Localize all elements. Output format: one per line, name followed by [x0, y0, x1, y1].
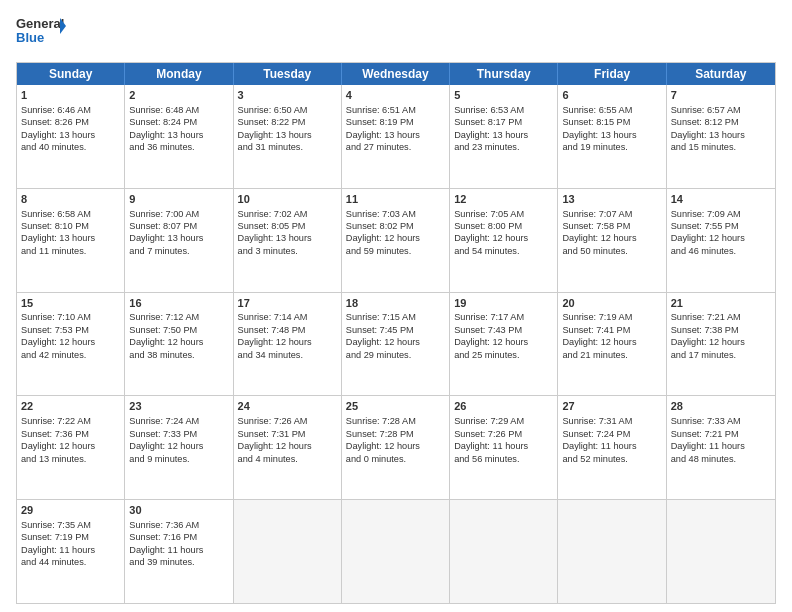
day-info-line: Sunset: 7:24 PM [562, 428, 661, 440]
day-cell-11: 11Sunrise: 7:03 AMSunset: 8:02 PMDayligh… [342, 189, 450, 292]
day-info-line: Sunset: 7:31 PM [238, 428, 337, 440]
day-number: 12 [454, 192, 553, 207]
day-info-line: Daylight: 12 hours [238, 336, 337, 348]
day-info-line: Sunrise: 7:33 AM [671, 415, 771, 427]
header-cell-tuesday: Tuesday [234, 63, 342, 85]
day-info-line: Sunrise: 7:36 AM [129, 519, 228, 531]
day-number: 16 [129, 296, 228, 311]
day-info-line: Daylight: 12 hours [454, 336, 553, 348]
header-cell-thursday: Thursday [450, 63, 558, 85]
calendar-header: SundayMondayTuesdayWednesdayThursdayFrid… [17, 63, 775, 85]
day-info-line: Sunset: 8:26 PM [21, 116, 120, 128]
day-info-line: Daylight: 12 hours [671, 232, 771, 244]
day-info-line: Daylight: 12 hours [671, 336, 771, 348]
day-info-line: and 40 minutes. [21, 141, 120, 153]
day-info-line: Daylight: 13 hours [562, 129, 661, 141]
day-info-line: Sunrise: 6:58 AM [21, 208, 120, 220]
day-cell-9: 9Sunrise: 7:00 AMSunset: 8:07 PMDaylight… [125, 189, 233, 292]
day-info-line: Daylight: 12 hours [129, 336, 228, 348]
day-info-line: Sunset: 7:48 PM [238, 324, 337, 336]
day-cell-12: 12Sunrise: 7:05 AMSunset: 8:00 PMDayligh… [450, 189, 558, 292]
day-info-line: Daylight: 12 hours [238, 440, 337, 452]
day-cell-1: 1Sunrise: 6:46 AMSunset: 8:26 PMDaylight… [17, 85, 125, 188]
day-cell-16: 16Sunrise: 7:12 AMSunset: 7:50 PMDayligh… [125, 293, 233, 396]
day-info-line: Sunrise: 7:14 AM [238, 311, 337, 323]
day-number: 6 [562, 88, 661, 103]
day-info-line: and 34 minutes. [238, 349, 337, 361]
day-info-line: and 52 minutes. [562, 453, 661, 465]
day-number: 18 [346, 296, 445, 311]
header-cell-sunday: Sunday [17, 63, 125, 85]
day-info-line: Sunrise: 7:31 AM [562, 415, 661, 427]
day-info-line: and 23 minutes. [454, 141, 553, 153]
day-info-line: Daylight: 12 hours [562, 232, 661, 244]
day-info-line: Daylight: 12 hours [346, 440, 445, 452]
day-info-line: Sunset: 7:55 PM [671, 220, 771, 232]
day-info-line: and 9 minutes. [129, 453, 228, 465]
day-cell-19: 19Sunrise: 7:17 AMSunset: 7:43 PMDayligh… [450, 293, 558, 396]
day-info-line: Sunset: 8:19 PM [346, 116, 445, 128]
day-number: 30 [129, 503, 228, 518]
day-info-line: Sunset: 8:07 PM [129, 220, 228, 232]
logo-svg: General Blue [16, 12, 66, 54]
day-info-line: Sunset: 7:50 PM [129, 324, 228, 336]
day-info-line: Sunrise: 6:51 AM [346, 104, 445, 116]
day-number: 20 [562, 296, 661, 311]
day-info-line: and 39 minutes. [129, 556, 228, 568]
day-number: 29 [21, 503, 120, 518]
day-number: 19 [454, 296, 553, 311]
day-info-line: Sunrise: 7:07 AM [562, 208, 661, 220]
day-cell-22: 22Sunrise: 7:22 AMSunset: 7:36 PMDayligh… [17, 396, 125, 499]
day-info-line: Daylight: 12 hours [454, 232, 553, 244]
day-info-line: and 29 minutes. [346, 349, 445, 361]
day-info-line: Sunset: 8:24 PM [129, 116, 228, 128]
day-info-line: Sunrise: 7:28 AM [346, 415, 445, 427]
day-number: 21 [671, 296, 771, 311]
day-info-line: Sunrise: 7:19 AM [562, 311, 661, 323]
day-info-line: and 3 minutes. [238, 245, 337, 257]
day-number: 23 [129, 399, 228, 414]
day-info-line: and 59 minutes. [346, 245, 445, 257]
header-cell-wednesday: Wednesday [342, 63, 450, 85]
day-info-line: Sunset: 7:33 PM [129, 428, 228, 440]
empty-cell [342, 500, 450, 603]
day-number: 24 [238, 399, 337, 414]
day-number: 3 [238, 88, 337, 103]
day-number: 14 [671, 192, 771, 207]
day-info-line: Sunset: 7:38 PM [671, 324, 771, 336]
day-number: 4 [346, 88, 445, 103]
day-number: 26 [454, 399, 553, 414]
header-cell-monday: Monday [125, 63, 233, 85]
calendar-row: 8Sunrise: 6:58 AMSunset: 8:10 PMDaylight… [17, 189, 775, 293]
day-info-line: and 42 minutes. [21, 349, 120, 361]
day-info-line: Sunrise: 7:03 AM [346, 208, 445, 220]
day-info-line: Sunrise: 7:00 AM [129, 208, 228, 220]
day-cell-14: 14Sunrise: 7:09 AMSunset: 7:55 PMDayligh… [667, 189, 775, 292]
day-number: 25 [346, 399, 445, 414]
day-info-line: Daylight: 13 hours [454, 129, 553, 141]
day-info-line: Sunset: 7:43 PM [454, 324, 553, 336]
svg-text:General: General [16, 16, 64, 31]
day-info-line: Daylight: 13 hours [21, 232, 120, 244]
day-info-line: Sunrise: 6:50 AM [238, 104, 337, 116]
day-info-line: Sunrise: 7:02 AM [238, 208, 337, 220]
day-info-line: and 11 minutes. [21, 245, 120, 257]
day-cell-15: 15Sunrise: 7:10 AMSunset: 7:53 PMDayligh… [17, 293, 125, 396]
day-cell-28: 28Sunrise: 7:33 AMSunset: 7:21 PMDayligh… [667, 396, 775, 499]
day-info-line: and 48 minutes. [671, 453, 771, 465]
day-number: 8 [21, 192, 120, 207]
day-number: 17 [238, 296, 337, 311]
day-number: 10 [238, 192, 337, 207]
day-info-line: Daylight: 12 hours [21, 336, 120, 348]
day-info-line: Daylight: 13 hours [671, 129, 771, 141]
day-info-line: Sunrise: 6:57 AM [671, 104, 771, 116]
day-info-line: Daylight: 13 hours [238, 232, 337, 244]
day-info-line: and 54 minutes. [454, 245, 553, 257]
day-info-line: and 44 minutes. [21, 556, 120, 568]
day-info-line: and 17 minutes. [671, 349, 771, 361]
day-cell-13: 13Sunrise: 7:07 AMSunset: 7:58 PMDayligh… [558, 189, 666, 292]
header-cell-saturday: Saturday [667, 63, 775, 85]
day-info-line: Sunrise: 7:10 AM [21, 311, 120, 323]
day-cell-7: 7Sunrise: 6:57 AMSunset: 8:12 PMDaylight… [667, 85, 775, 188]
empty-cell [450, 500, 558, 603]
